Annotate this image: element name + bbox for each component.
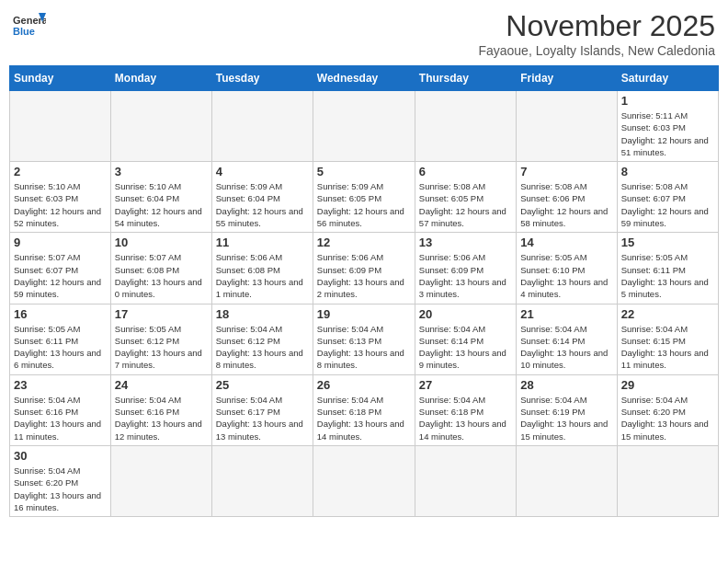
calendar-week-row: 30Sunrise: 5:04 AM Sunset: 6:20 PM Dayli… — [10, 445, 719, 516]
day-number: 4 — [216, 165, 309, 178]
day-info: Sunrise: 5:09 AM Sunset: 6:05 PM Dayligh… — [317, 180, 411, 229]
calendar-cell: 1Sunrise: 5:11 AM Sunset: 6:03 PM Daylig… — [617, 91, 718, 162]
weekday-header-tuesday: Tuesday — [211, 66, 313, 91]
day-number: 24 — [115, 378, 208, 392]
weekday-header-thursday: Thursday — [415, 66, 516, 91]
day-info: Sunrise: 5:06 AM Sunset: 6:09 PM Dayligh… — [419, 251, 512, 300]
calendar-week-row: 1Sunrise: 5:11 AM Sunset: 6:03 PM Daylig… — [10, 91, 719, 162]
calendar-cell: 5Sunrise: 5:09 AM Sunset: 6:05 PM Daylig… — [313, 162, 415, 233]
day-info: Sunrise: 5:05 AM Sunset: 6:10 PM Dayligh… — [520, 251, 612, 300]
day-info: Sunrise: 5:04 AM Sunset: 6:14 PM Dayligh… — [520, 323, 612, 372]
calendar-cell — [10, 91, 111, 162]
day-number: 25 — [216, 378, 309, 392]
day-number: 27 — [419, 378, 512, 392]
calendar-cell: 21Sunrise: 5:04 AM Sunset: 6:14 PM Dayli… — [517, 304, 617, 374]
day-info: Sunrise: 5:04 AM Sunset: 6:16 PM Dayligh… — [14, 394, 107, 442]
weekday-header-friday: Friday — [517, 66, 617, 91]
day-number: 11 — [216, 236, 309, 249]
day-info: Sunrise: 5:05 AM Sunset: 6:11 PM Dayligh… — [14, 323, 107, 372]
day-info: Sunrise: 5:08 AM Sunset: 6:06 PM Dayligh… — [520, 180, 612, 229]
calendar-cell: 11Sunrise: 5:06 AM Sunset: 6:08 PM Dayli… — [211, 233, 313, 304]
calendar-week-row: 9Sunrise: 5:07 AM Sunset: 6:07 PM Daylig… — [10, 233, 719, 304]
calendar-cell — [313, 445, 415, 516]
general-blue-logo-icon: General Blue — [13, 9, 46, 42]
day-number: 16 — [14, 307, 107, 321]
day-number: 3 — [115, 165, 208, 178]
calendar-cell: 16Sunrise: 5:05 AM Sunset: 6:11 PM Dayli… — [10, 304, 111, 374]
day-info: Sunrise: 5:04 AM Sunset: 6:18 PM Dayligh… — [317, 394, 411, 442]
calendar-cell — [617, 445, 718, 516]
day-number: 6 — [419, 165, 512, 178]
calendar-cell: 2Sunrise: 5:10 AM Sunset: 6:03 PM Daylig… — [10, 162, 111, 233]
calendar-cell — [313, 91, 415, 162]
day-info: Sunrise: 5:04 AM Sunset: 6:17 PM Dayligh… — [216, 394, 309, 442]
calendar-cell: 29Sunrise: 5:04 AM Sunset: 6:20 PM Dayli… — [617, 374, 718, 445]
calendar-cell: 9Sunrise: 5:07 AM Sunset: 6:07 PM Daylig… — [10, 233, 111, 304]
calendar-cell: 20Sunrise: 5:04 AM Sunset: 6:14 PM Dayli… — [415, 304, 516, 374]
logo: General Blue — [13, 9, 46, 42]
calendar-cell: 15Sunrise: 5:05 AM Sunset: 6:11 PM Dayli… — [617, 233, 718, 304]
calendar-cell: 26Sunrise: 5:04 AM Sunset: 6:18 PM Dayli… — [313, 374, 415, 445]
calendar-cell: 14Sunrise: 5:05 AM Sunset: 6:10 PM Dayli… — [517, 233, 617, 304]
subtitle: Fayaoue, Loyalty Islands, New Caledonia — [478, 43, 715, 58]
weekday-header-wednesday: Wednesday — [313, 66, 415, 91]
day-number: 29 — [621, 378, 714, 392]
day-number: 18 — [216, 307, 309, 321]
day-number: 5 — [317, 165, 411, 178]
calendar-cell: 12Sunrise: 5:06 AM Sunset: 6:09 PM Dayli… — [313, 233, 415, 304]
calendar-cell: 4Sunrise: 5:09 AM Sunset: 6:04 PM Daylig… — [211, 162, 313, 233]
day-number: 23 — [14, 378, 107, 392]
day-info: Sunrise: 5:04 AM Sunset: 6:14 PM Dayligh… — [419, 323, 512, 372]
weekday-header-monday: Monday — [110, 66, 211, 91]
calendar-cell — [517, 91, 617, 162]
month-title: November 2025 — [478, 9, 715, 43]
day-info: Sunrise: 5:05 AM Sunset: 6:11 PM Dayligh… — [621, 251, 714, 300]
calendar-cell: 27Sunrise: 5:04 AM Sunset: 6:18 PM Dayli… — [415, 374, 516, 445]
weekday-header-row: SundayMondayTuesdayWednesdayThursdayFrid… — [10, 66, 719, 91]
day-info: Sunrise: 5:09 AM Sunset: 6:04 PM Dayligh… — [216, 180, 309, 229]
day-number: 9 — [14, 236, 107, 249]
day-info: Sunrise: 5:07 AM Sunset: 6:08 PM Dayligh… — [115, 251, 208, 300]
day-info: Sunrise: 5:10 AM Sunset: 6:04 PM Dayligh… — [115, 180, 208, 229]
day-number: 15 — [621, 236, 714, 249]
calendar-week-row: 2Sunrise: 5:10 AM Sunset: 6:03 PM Daylig… — [10, 162, 719, 233]
calendar-week-row: 16Sunrise: 5:05 AM Sunset: 6:11 PM Dayli… — [10, 304, 719, 374]
calendar-cell: 30Sunrise: 5:04 AM Sunset: 6:20 PM Dayli… — [10, 445, 111, 516]
day-number: 13 — [419, 236, 512, 249]
day-info: Sunrise: 5:06 AM Sunset: 6:08 PM Dayligh… — [216, 251, 309, 300]
calendar-cell — [415, 445, 516, 516]
day-number: 19 — [317, 307, 411, 321]
calendar-cell: 6Sunrise: 5:08 AM Sunset: 6:05 PM Daylig… — [415, 162, 516, 233]
calendar-cell — [517, 445, 617, 516]
weekday-header-sunday: Sunday — [10, 66, 111, 91]
day-number: 26 — [317, 378, 411, 392]
calendar-cell: 3Sunrise: 5:10 AM Sunset: 6:04 PM Daylig… — [110, 162, 211, 233]
day-number: 10 — [115, 236, 208, 249]
day-number: 8 — [621, 165, 714, 178]
calendar-cell — [211, 91, 313, 162]
calendar-cell: 19Sunrise: 5:04 AM Sunset: 6:13 PM Dayli… — [313, 304, 415, 374]
day-info: Sunrise: 5:10 AM Sunset: 6:03 PM Dayligh… — [14, 180, 107, 229]
day-number: 22 — [621, 307, 714, 321]
calendar-cell — [110, 445, 211, 516]
day-info: Sunrise: 5:08 AM Sunset: 6:07 PM Dayligh… — [621, 180, 714, 229]
calendar-cell: 25Sunrise: 5:04 AM Sunset: 6:17 PM Dayli… — [211, 374, 313, 445]
calendar-cell: 8Sunrise: 5:08 AM Sunset: 6:07 PM Daylig… — [617, 162, 718, 233]
calendar-cell: 28Sunrise: 5:04 AM Sunset: 6:19 PM Dayli… — [517, 374, 617, 445]
calendar-week-row: 23Sunrise: 5:04 AM Sunset: 6:16 PM Dayli… — [10, 374, 719, 445]
day-info: Sunrise: 5:05 AM Sunset: 6:12 PM Dayligh… — [115, 323, 208, 372]
calendar-cell: 17Sunrise: 5:05 AM Sunset: 6:12 PM Dayli… — [110, 304, 211, 374]
calendar-cell: 24Sunrise: 5:04 AM Sunset: 6:16 PM Dayli… — [110, 374, 211, 445]
day-number: 7 — [520, 165, 612, 178]
day-number: 1 — [621, 94, 714, 108]
weekday-header-saturday: Saturday — [617, 66, 718, 91]
day-info: Sunrise: 5:11 AM Sunset: 6:03 PM Dayligh… — [621, 109, 714, 158]
day-number: 21 — [520, 307, 612, 321]
svg-text:Blue: Blue — [13, 26, 35, 37]
day-info: Sunrise: 5:04 AM Sunset: 6:19 PM Dayligh… — [520, 394, 612, 442]
day-info: Sunrise: 5:08 AM Sunset: 6:05 PM Dayligh… — [419, 180, 512, 229]
calendar-cell: 18Sunrise: 5:04 AM Sunset: 6:12 PM Dayli… — [211, 304, 313, 374]
calendar-cell: 22Sunrise: 5:04 AM Sunset: 6:15 PM Dayli… — [617, 304, 718, 374]
calendar-cell — [211, 445, 313, 516]
page-header: General Blue November 2025 Fayaoue, Loya… — [9, 9, 719, 58]
